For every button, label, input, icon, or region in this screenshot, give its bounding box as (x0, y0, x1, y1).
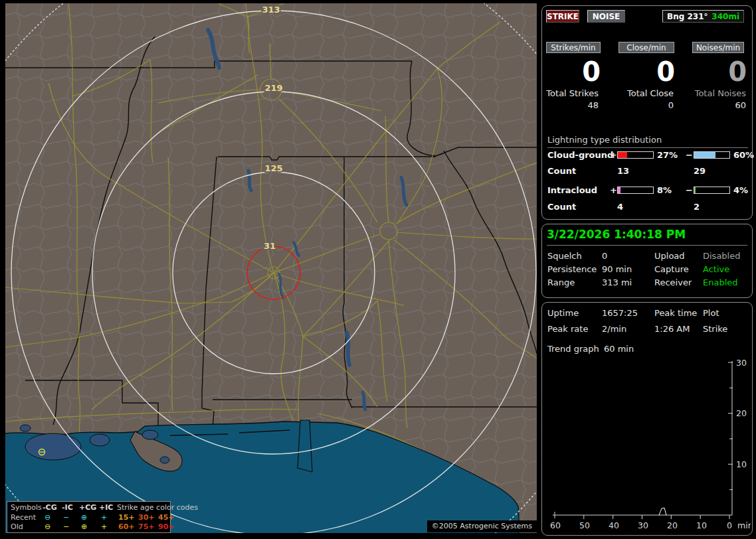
strikes-per-min-label[interactable]: Strikes/min (546, 42, 601, 53)
noises-per-min-label[interactable]: Noises/min (692, 42, 744, 53)
range-value: 313 mi (602, 277, 632, 287)
trend-graph-label: Trend graph (547, 344, 599, 354)
legend-recent-label: Recent (11, 513, 36, 522)
y-tick-10: 10 (736, 459, 747, 469)
ic-positive-count: 4 (617, 202, 623, 212)
ic-negative-pct: 4% (733, 185, 748, 195)
minus-sign: − (686, 150, 693, 160)
ring-label-313: 313 (262, 5, 280, 15)
minus-sign: − (686, 185, 693, 195)
legend-old-label: Old (11, 522, 23, 531)
age-90: 90+ (158, 522, 175, 531)
x-tick-20: 20 (667, 520, 678, 530)
total-close-value: 0 (606, 100, 674, 110)
legend-header-pcg: +CG (79, 503, 96, 512)
y-tick-30: 30 (736, 358, 747, 368)
age-45: 45+ (158, 513, 175, 522)
total-close-label: Total Close (606, 88, 674, 98)
peak-time-label: Peak time (654, 308, 697, 318)
strikes-rate-value: 0 (542, 56, 601, 87)
map-legend: Symbols -CG -IC +CG +IC Strike age color… (7, 501, 171, 533)
plot-mode-value: Strike (703, 324, 727, 334)
cloud-ground-label: Cloud-ground (547, 150, 613, 160)
intracloud-count-row: Count 4 2 (542, 202, 752, 212)
cg-negative-bar (694, 151, 730, 159)
peak-rate-value: 2/min (602, 324, 626, 334)
recent-nic-icon: − (63, 513, 69, 522)
y-tick-20: 20 (736, 408, 747, 418)
recent-pic-icon: + (101, 513, 107, 522)
cloud-ground-count-row: Count 13 29 (542, 166, 752, 177)
old-nic-icon: − (63, 522, 69, 531)
recent-ncg-icon: ⊖ (45, 513, 50, 522)
trend-graph: 30 20 10 60 50 40 30 20 10 0 min (545, 356, 751, 532)
ic-negative-bar (694, 187, 730, 194)
bearing-range: 340mi (711, 12, 739, 21)
counters-panel: STRIKE NOISE Bng 231° 340mi Strikes/min … (541, 5, 753, 220)
x-tick-10: 10 (696, 520, 707, 530)
squelch-value: 0 (602, 251, 607, 261)
old-pcg-icon: ⊕ (81, 522, 87, 531)
cg-positive-count: 13 (617, 166, 629, 176)
upload-label: Upload (654, 251, 685, 261)
intracloud-row: Intracloud + 8% − 4% (542, 185, 752, 196)
ring-label-31: 31 (264, 241, 276, 251)
map-canvas: 313 219 125 31 (5, 3, 537, 533)
upload-value: Disabled (703, 251, 740, 261)
cg-positive-bar (617, 151, 654, 159)
range-label: Range (547, 277, 575, 287)
x-tick-40: 40 (609, 520, 619, 530)
uptime-label: Uptime (547, 308, 579, 318)
x-tick-30: 30 (638, 520, 648, 530)
cg-positive-pct: 27% (657, 150, 678, 160)
ring-label-219: 219 (264, 83, 282, 93)
datetime-display: 3/22/2026 1:40:18 PM (547, 228, 747, 246)
close-rate-value: 0 (606, 56, 675, 87)
x-tick-60: 60 (550, 520, 561, 530)
bearing-readout: Bng 231° 340mi (662, 10, 744, 23)
persistence-value: 90 min (602, 264, 632, 274)
distribution-title: Lightning type distribution (547, 135, 748, 148)
uptime-value: 1657:25 (602, 308, 638, 318)
trend-panel: Uptime 1657:25 Peak time Plot Peak rate … (541, 302, 753, 536)
strike-map[interactable]: 313 219 125 31 Symbols -CG -IC +CG +IC S… (5, 3, 537, 533)
legend-header-nic: -IC (62, 503, 73, 512)
plus-sign: + (610, 150, 617, 160)
ic-negative-count: 2 (694, 202, 700, 212)
trend-window-value: 60 min (604, 344, 634, 354)
cg-negative-count: 29 (694, 166, 706, 176)
recent-pcg-icon: ⊕ (81, 513, 87, 522)
persistence-label: Persistence (547, 264, 597, 274)
age-15: 15+ (118, 513, 135, 522)
ic-positive-bar (617, 187, 654, 194)
legend-header-ncg: -CG (43, 503, 57, 512)
peak-rate-label: Peak rate (547, 324, 588, 334)
close-per-min-label[interactable]: Close/min (618, 42, 674, 53)
squelch-label: Squelch (547, 251, 582, 261)
ic-positive-pct: 8% (657, 185, 672, 195)
legend-header-pic: +IC (99, 503, 113, 512)
total-noises-value: 60 (678, 100, 746, 110)
status-panel: 3/22/2026 1:40:18 PM Squelch 0 Upload Di… (541, 224, 753, 298)
age-75: 75+ (138, 522, 155, 531)
legend-age-header: Strike age color codes (117, 503, 198, 512)
x-tick-0: 0 (727, 520, 732, 530)
receiver-label: Receiver (654, 277, 692, 287)
total-noises-label: Total Noises (678, 88, 746, 98)
noise-toggle-button[interactable]: NOISE (587, 10, 625, 23)
x-tick-50: 50 (579, 520, 590, 530)
plus-sign: + (610, 185, 617, 195)
strike-toggle-button[interactable]: STRIKE (546, 10, 579, 23)
intracloud-label: Intracloud (547, 185, 597, 195)
capture-label: Capture (654, 264, 689, 274)
old-pic-icon: + (101, 522, 107, 531)
total-strikes-value: 48 (542, 100, 599, 110)
receiver-value: Enabled (703, 277, 738, 287)
age-60: 60+ (118, 522, 135, 531)
noises-rate-value: 0 (675, 56, 747, 87)
count-label: Count (547, 202, 576, 212)
capture-value: Active (703, 264, 729, 274)
total-strikes-label: Total Strikes (542, 88, 599, 98)
plot-label: Plot (703, 308, 719, 318)
copyright-label: ©2005 Astrogenic Systems (427, 520, 537, 532)
